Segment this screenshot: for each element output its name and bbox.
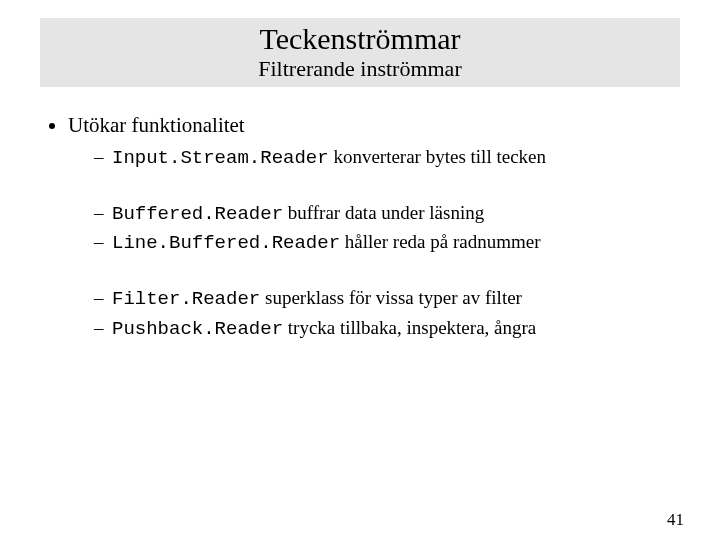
list-item: Utökar funktionalitet Input.Stream.Reade… bbox=[68, 113, 680, 342]
desc-text: trycka tillbaka, inspektera, ångra bbox=[283, 317, 536, 338]
bullet-list: Utökar funktionalitet Input.Stream.Reade… bbox=[40, 113, 680, 342]
desc-text: håller reda på radnummer bbox=[340, 231, 540, 252]
code-text: Line.Buffered.Reader bbox=[112, 232, 340, 254]
code-text: Input.Stream.Reader bbox=[112, 147, 329, 169]
list-item: Line.Buffered.Reader håller reda på radn… bbox=[94, 229, 680, 257]
list-item: Pushback.Reader trycka tillbaka, inspekt… bbox=[94, 315, 680, 343]
list-item: Filter.Reader superklass för vissa typer… bbox=[94, 285, 680, 313]
spacer bbox=[94, 259, 680, 285]
code-text: Filter.Reader bbox=[112, 288, 260, 310]
list-item: Buffered.Reader buffrar data under läsni… bbox=[94, 200, 680, 228]
slide-subtitle: Filtrerande inströmmar bbox=[40, 57, 680, 81]
slide-title: Teckenströmmar bbox=[40, 22, 680, 55]
spacer bbox=[94, 174, 680, 200]
desc-text: superklass för vissa typer av filter bbox=[260, 287, 522, 308]
bullet-text: Utökar funktionalitet bbox=[68, 113, 245, 137]
list-item: Input.Stream.Reader konverterar bytes ti… bbox=[94, 144, 680, 172]
sub-list: Input.Stream.Reader konverterar bytes ti… bbox=[68, 144, 680, 342]
code-text: Pushback.Reader bbox=[112, 318, 283, 340]
code-text: Buffered.Reader bbox=[112, 203, 283, 225]
title-block: Teckenströmmar Filtrerande inströmmar bbox=[40, 18, 680, 87]
desc-text: konverterar bytes till tecken bbox=[329, 146, 546, 167]
page-number: 41 bbox=[667, 510, 684, 530]
slide: Teckenströmmar Filtrerande inströmmar Ut… bbox=[0, 18, 720, 540]
slide-body: Utökar funktionalitet Input.Stream.Reade… bbox=[0, 113, 720, 342]
desc-text: buffrar data under läsning bbox=[283, 202, 484, 223]
